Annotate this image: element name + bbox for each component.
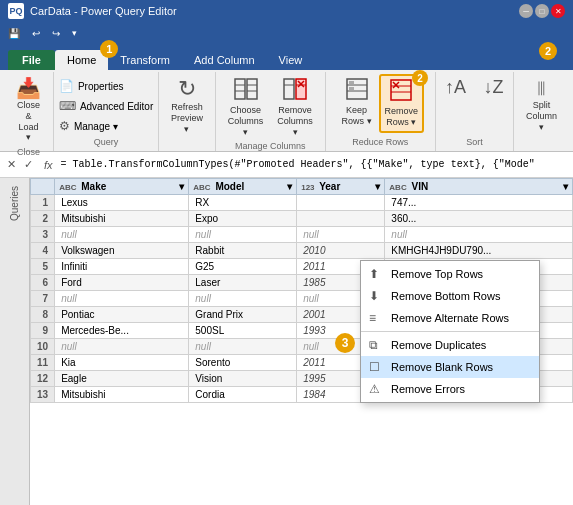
remove-rows-icon <box>389 79 413 104</box>
keep-rows-icon <box>345 78 369 103</box>
cell-model: 500SL <box>189 323 297 339</box>
minimize-button[interactable]: ─ <box>519 4 533 18</box>
col-num-header <box>31 179 55 195</box>
make-filter-icon[interactable]: ▾ <box>179 181 184 192</box>
year-col-type: 123 <box>301 183 314 192</box>
cell-model: null <box>189 339 297 355</box>
cell-make: Mitsubishi <box>55 387 189 403</box>
manage-icon: ⚙ <box>59 119 70 133</box>
manage-button[interactable]: ⚙ Manage ▾ <box>54 116 158 136</box>
tab-file[interactable]: File <box>8 50 55 70</box>
row-num: 2 <box>31 211 55 227</box>
cell-year: null <box>297 227 385 243</box>
main-area: Queries ABC Make ▾ ABC Model ▾ <box>0 178 573 505</box>
split-col-buttons: ⫴ SplitColumn ▾ <box>520 74 563 147</box>
badge-3-container: 3 <box>335 333 355 353</box>
cell-make: Lexus <box>55 195 189 211</box>
ribbon-group-split-col: ⫴ SplitColumn ▾ <box>514 72 569 151</box>
cell-year: 2010 <box>297 243 385 259</box>
query-group-label: Query <box>94 137 119 149</box>
choose-columns-icon <box>234 78 258 103</box>
title-text: CarData - Power Query Editor <box>30 5 519 17</box>
make-col-type: ABC <box>59 183 76 192</box>
sort-asc-button[interactable]: ↑A <box>438 74 474 102</box>
remove-bottom-rows-menu-item[interactable]: ⬇Remove Bottom Rows <box>361 285 539 307</box>
properties-label: Properties <box>78 81 124 92</box>
keep-rows-button[interactable]: KeepRows ▾ <box>337 74 377 131</box>
tab-add-column[interactable]: Add Column <box>182 50 267 70</box>
row-num: 5 <box>31 259 55 275</box>
properties-icon: 📄 <box>59 79 74 93</box>
sort-desc-button[interactable]: ↓Z <box>476 74 512 102</box>
remove-alternate-rows-menu-item[interactable]: ≡Remove Alternate Rows <box>361 307 539 329</box>
queries-panel: Queries <box>0 178 30 505</box>
svg-rect-16 <box>349 87 354 90</box>
cell-year <box>297 211 385 227</box>
ribbon-group-close: 📥 Close &Load ▾ Close <box>4 72 54 151</box>
vin-filter-icon[interactable]: ▾ <box>563 181 568 192</box>
advanced-editor-label: Advanced Editor <box>80 101 153 112</box>
cell-make: Kia <box>55 355 189 371</box>
manage-cols-group-label: Manage Columns <box>235 141 306 153</box>
remove-duplicates-menu-item[interactable]: ⧉Remove Duplicates <box>361 334 539 356</box>
remove-top-rows-menu-item[interactable]: ⬆Remove Top Rows <box>361 263 539 285</box>
formula-cancel-btn[interactable]: ✕ <box>4 157 19 172</box>
cell-model: G25 <box>189 259 297 275</box>
cell-model: Rabbit <box>189 243 297 259</box>
table-row: 4 Volkswagen Rabbit 2010 KMHGH4JH9DU790.… <box>31 243 573 259</box>
window-controls[interactable]: ─ □ ✕ <box>519 4 565 18</box>
remove-errors-menu-item[interactable]: ⚠Remove Errors <box>361 378 539 400</box>
close-group-label: Close <box>17 147 40 159</box>
remove-rows-button[interactable]: 2 RemoveRows ▾ <box>379 74 425 133</box>
remove-duplicates-icon: ⧉ <box>369 338 385 352</box>
qa-save[interactable]: 💾 <box>4 26 24 41</box>
row-num: 1 <box>31 195 55 211</box>
reduce-rows-group-label: Reduce Rows <box>352 137 408 149</box>
qa-dropdown[interactable]: ▾ <box>72 28 77 38</box>
close-button[interactable]: ✕ <box>551 4 565 18</box>
refresh-button[interactable]: ↻ RefreshPreview ▾ <box>165 74 209 138</box>
choose-columns-button[interactable]: ChooseColumns ▾ <box>222 74 270 141</box>
tab-view[interactable]: View <box>267 50 315 70</box>
col-make-header[interactable]: ABC Make ▾ <box>55 179 189 195</box>
split-column-label: SplitColumn ▾ <box>525 100 558 132</box>
tab-home[interactable]: Home 1 <box>55 50 108 70</box>
table-row: 1 Lexus RX 747... <box>31 195 573 211</box>
close-load-button[interactable]: 📥 Close &Load ▾ <box>10 74 47 147</box>
remove-blank-rows-label: Remove Blank Rows <box>391 361 493 373</box>
remove-blank-rows-menu-item[interactable]: ☐Remove Blank Rows <box>361 356 539 378</box>
remove-blank-rows-icon: ☐ <box>369 360 385 374</box>
svg-rect-7 <box>296 79 306 99</box>
split-column-button[interactable]: ⫴ SplitColumn ▾ <box>520 74 563 136</box>
cell-model: null <box>189 291 297 307</box>
remove-columns-label: RemoveColumns ▾ <box>276 105 314 137</box>
formula-input[interactable]: = Table.TransformColumnTypes(#"Promoted … <box>61 159 569 170</box>
cell-model: Sorento <box>189 355 297 371</box>
cell-model: null <box>189 227 297 243</box>
svg-rect-0 <box>235 79 245 99</box>
ribbon-group-sort: ↑A ↓Z Sort <box>436 72 514 151</box>
col-model-header[interactable]: ABC Model ▾ <box>189 179 297 195</box>
remove-columns-button[interactable]: RemoveColumns ▾ <box>271 74 319 141</box>
query-small-stack: 📄 Properties ⌨ Advanced Editor ⚙ Manage … <box>54 74 158 136</box>
model-filter-icon[interactable]: ▾ <box>287 181 292 192</box>
cell-make: Eagle <box>55 371 189 387</box>
col-vin-header[interactable]: ABC VIN ▾ <box>385 179 573 195</box>
tab-transform[interactable]: Transform <box>108 50 182 70</box>
formula-confirm-btn[interactable]: ✓ <box>21 157 36 172</box>
cell-vin: KMHGH4JH9DU790... <box>385 243 573 259</box>
properties-button[interactable]: 📄 Properties <box>54 76 158 96</box>
qa-redo[interactable]: ↪ <box>48 26 64 41</box>
advanced-editor-button[interactable]: ⌨ Advanced Editor <box>54 96 158 116</box>
row-num: 12 <box>31 371 55 387</box>
row-num: 9 <box>31 323 55 339</box>
maximize-button[interactable]: □ <box>535 4 549 18</box>
col-year-header[interactable]: 123 Year ▾ <box>297 179 385 195</box>
row-num: 13 <box>31 387 55 403</box>
qa-undo[interactable]: ↩ <box>28 26 44 41</box>
year-filter-icon[interactable]: ▾ <box>375 181 380 192</box>
advanced-editor-icon: ⌨ <box>59 99 76 113</box>
cell-make: null <box>55 291 189 307</box>
remove-top-rows-label: Remove Top Rows <box>391 268 483 280</box>
cell-make: null <box>55 227 189 243</box>
